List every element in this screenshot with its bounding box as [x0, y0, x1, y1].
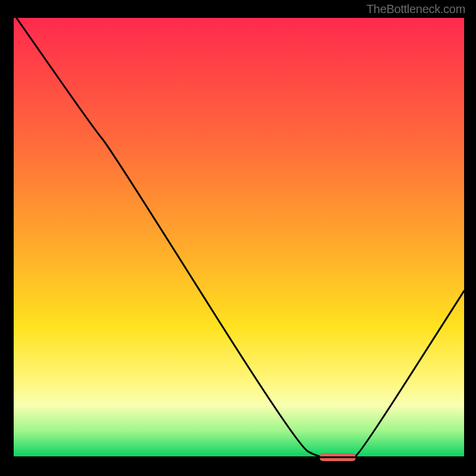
chart-frame: TheBottleneck.com: [0, 0, 476, 476]
curve-path: [17, 18, 464, 458]
optimal-range-marker: [320, 453, 356, 461]
bottleneck-curve: [12, 18, 464, 458]
watermark-text: TheBottleneck.com: [367, 2, 465, 16]
